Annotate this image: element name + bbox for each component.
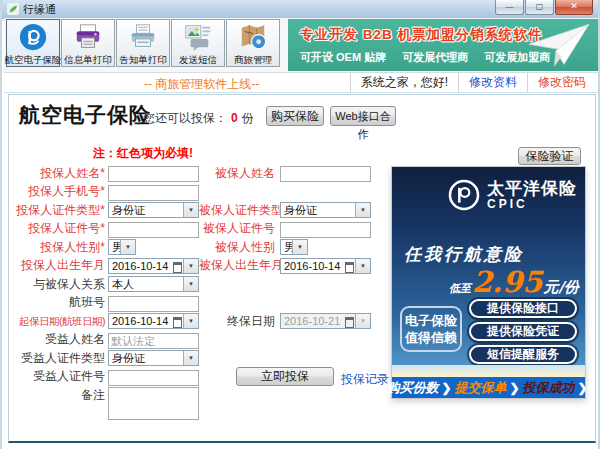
toolbar-label: 告知单打印 — [119, 53, 167, 66]
beneficiary-name-input[interactable] — [108, 333, 199, 349]
insurance-logo-icon — [18, 22, 48, 52]
end-date-label: 终保日期 — [199, 313, 278, 330]
change-password-link[interactable]: 修改密码 — [538, 74, 586, 91]
ad-brand-abbr: CPIC — [487, 198, 577, 211]
insured-name-label: 被保人姓名 — [199, 165, 278, 182]
edit-profile-link[interactable]: 修改资料 — [469, 74, 517, 91]
insured-id-no-label: 被保人证件号 — [199, 220, 278, 237]
remark-label: 备注 — [9, 387, 108, 404]
strip-right: 系统之家，您好! 修改资料 修改密码 — [350, 73, 596, 92]
toolbar-label: 发送短信 — [179, 53, 217, 66]
beneficiary-name-label: 受益人姓名 — [9, 331, 108, 348]
applicant-birth-datepicker[interactable]: 2016-10-14 ▼ — [108, 258, 199, 274]
applicant-id-type-select[interactable]: 身份证 ▼ — [108, 202, 199, 218]
verify-insurance-button[interactable]: 保险验证 — [518, 147, 581, 165]
app-icon — [7, 3, 19, 15]
insured-birth-datepicker[interactable]: 2016-10-14 ▼ — [280, 258, 371, 274]
chevron-down-icon: ▼ — [355, 314, 370, 328]
applicant-phone-label: 投保人手机号* — [9, 183, 108, 200]
paper-plane-icon — [520, 21, 598, 71]
form-row: 航班号 — [9, 295, 379, 311]
maximize-button[interactable]: ▢ — [525, 0, 554, 15]
applicant-birth-label: 投保人出生年月 — [9, 257, 108, 274]
chevron-down-icon: ▼ — [183, 351, 198, 365]
form-row: 起保日期(航班日期) 2016-10-14 ▼ 终保日期 2016-10-21 … — [9, 313, 379, 329]
flight-no-input[interactable] — [108, 296, 199, 312]
quota-unit: 份 — [242, 111, 254, 125]
toolbar-item-notice-print[interactable]: 告知单打印 — [116, 19, 170, 67]
ad-brand-name: 太平洋保险 — [487, 180, 577, 198]
remark-textarea[interactable] — [108, 387, 199, 420]
beneficiary-id-type-select[interactable]: 身份证 ▼ — [108, 350, 199, 366]
form-row: 受益人姓名 — [9, 332, 379, 348]
form-row: 投保人性别* 男 ▼ 被保人性别 男 ▼ — [9, 239, 379, 255]
insured-name-input[interactable] — [280, 166, 371, 182]
beneficiary-id-type-label: 受益人证件类型 — [9, 350, 108, 367]
required-note: 注：红色项为必填! — [93, 145, 193, 162]
chevron-down-icon: ▼ — [183, 314, 198, 328]
insure-records-link[interactable]: 投保记录 — [341, 371, 389, 388]
date-value: 2016-10-21 — [281, 314, 345, 328]
minimize-button[interactable]: — — [495, 0, 524, 15]
buy-insurance-button[interactable]: 购买保险 — [266, 106, 324, 126]
toolbar-label: 商旅管理 — [234, 53, 272, 66]
ad-steps-bar: 购买份数❯ 提交保单❯ 投保成功❯ — [392, 377, 585, 398]
marquee-text: -- 商旅管理软件上线-- — [144, 76, 259, 93]
web-api-button[interactable]: Web接口合作 — [330, 106, 396, 126]
select-value: 本人 — [109, 277, 183, 291]
chevron-down-icon: ▼ — [120, 240, 135, 254]
price-value: 2.95 — [472, 265, 543, 299]
applicant-gender-label: 投保人性别* — [9, 239, 108, 256]
price-prefix: 低至 — [449, 281, 471, 296]
form-row: 投保人姓名* 被保人姓名 — [9, 165, 379, 181]
insured-gender-select[interactable]: 男 ▼ — [280, 239, 308, 255]
relation-label: 与被保人关系 — [9, 276, 108, 293]
toolbar-item-travel-mgmt[interactable]: 商旅管理 — [226, 19, 280, 67]
toolbar-item-air-insurance[interactable]: 航空电子保险 — [6, 19, 60, 67]
ad-pill-list: 提供保险接口 提供保险凭证 短信提醒服务 — [469, 299, 577, 365]
applicant-gender-select[interactable]: 男 ▼ — [108, 239, 136, 255]
flight-no-label: 航班号 — [9, 294, 108, 311]
chevron-down-icon: ▼ — [292, 240, 307, 254]
calendar-icon — [345, 262, 354, 273]
printer-blue-icon — [128, 22, 158, 52]
insured-id-type-select[interactable]: 身份证 ▼ — [280, 202, 371, 218]
chevron-down-icon: ▼ — [183, 259, 198, 273]
greeting-text: 系统之家，您好! — [350, 73, 458, 92]
toolbar-item-info-print[interactable]: 信息单打印 — [61, 19, 115, 67]
toolbar-item-send-sms[interactable]: 发送短信 — [171, 19, 225, 67]
date-value: 2016-10-14 — [109, 314, 173, 328]
ad-price-line: 低至 2.95 元/份 — [449, 265, 579, 299]
form-row: 投保人证件号* 被保人证件号 — [9, 221, 379, 237]
start-date-datepicker[interactable]: 2016-10-14 ▼ — [108, 313, 199, 329]
chevron-down-icon: ▼ — [355, 259, 370, 273]
submit-insure-button[interactable]: 立即投保 — [236, 367, 334, 386]
beneficiary-id-no-label: 受益人证件号 — [9, 368, 108, 385]
status-strip: -- 商旅管理软件上线-- 系统之家，您好! 修改资料 修改密码 — [4, 72, 600, 93]
select-value: 身份证 — [109, 203, 183, 217]
beneficiary-id-no-input[interactable] — [108, 370, 199, 386]
ad-product-name: 任我行航意险 — [404, 243, 524, 266]
relation-select[interactable]: 本人 ▼ — [108, 276, 199, 292]
window-controls: — ▢ ✕ — [494, 0, 593, 15]
applicant-phone-input[interactable] — [108, 185, 199, 201]
ad-feature-pill: 短信提醒服务 — [469, 345, 577, 364]
calendar-icon — [173, 262, 182, 273]
date-value: 2016-10-14 — [281, 259, 345, 273]
insured-id-type-label: 被保人证件类型 — [199, 202, 278, 219]
calendar-icon — [173, 317, 182, 328]
ad-step: 购买份数 — [386, 379, 438, 397]
applicant-name-input[interactable] — [108, 166, 199, 182]
close-button[interactable]: ✕ — [555, 0, 593, 15]
select-value: 男 — [109, 240, 120, 254]
ad-body: 太平洋保险 CPIC 任我行航意险 低至 2.95 元/份 电子保险 值得信赖 — [392, 167, 585, 365]
applicant-id-no-input[interactable] — [108, 222, 199, 238]
banner-features: 可开设 OEM 贴牌 可发展代理商 可发展加盟商 — [300, 50, 550, 65]
cpic-ad-panel[interactable]: 太平洋保险 CPIC 任我行航意险 低至 2.95 元/份 电子保险 值得信赖 — [391, 166, 586, 399]
price-unit: 元/份 — [544, 278, 579, 297]
form-row: 与被保人关系 本人 ▼ — [9, 276, 379, 292]
insured-id-no-input[interactable] — [280, 222, 371, 238]
toolbar-label: 航空电子保险 — [5, 53, 62, 66]
chevron-right-icon: ❯ — [509, 381, 519, 395]
applicant-id-type-label: 投保人证件类型* — [9, 202, 108, 219]
